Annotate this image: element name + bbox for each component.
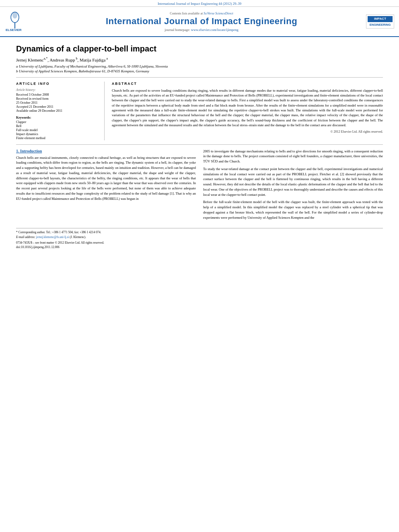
intro-para-4: Before the full-scale finite-element mod… — [203, 199, 383, 220]
logo-bottom-text: ENGINEERING — [368, 23, 393, 27]
elsevier-logo: ELSEVIER — [5, 10, 37, 33]
top-bar: International Journal of Impact Engineer… — [0, 0, 399, 7]
footer-copyright: 0734-743X/$ – see front matter © 2012 El… — [16, 240, 383, 245]
journal-homepage: journal homepage: www.elsevier.com/locat… — [41, 28, 362, 32]
keywords-list: Clapper Bell Full-scale model Impact dyn… — [16, 120, 99, 140]
intro-para-2: 2005 to investigate the damage mechanism… — [203, 149, 383, 164]
sciverse-line: Contents lists available at SciVerse Sci… — [41, 12, 362, 15]
divider-1 — [16, 77, 383, 78]
affiliation-b: b University of Applied Sciences Kempten… — [16, 69, 383, 73]
logo-top-text: IMPACT — [368, 16, 393, 22]
keyword-5: Finite-element method — [16, 136, 99, 140]
body-col-left: 1. Introduction Church bells are musical… — [16, 149, 196, 223]
keyword-4: Impact dynamics — [16, 132, 99, 136]
keyword-2: Bell — [16, 124, 99, 128]
email-address[interactable]: jernej.klemenc@fs.uni-lj.si — [36, 235, 69, 239]
elsevier-svg-logo: ELSEVIER — [5, 10, 37, 32]
svg-point-3 — [12, 12, 17, 18]
sciverse-link[interactable]: SciVerse ScienceDirect — [204, 12, 233, 15]
intro-para-1: Church bells are musical instruments, cl… — [16, 155, 196, 201]
intro-heading: 1. Introduction — [16, 149, 196, 153]
keywords-label: Keywords: — [16, 116, 99, 119]
body-col-right: 2005 to investigate the damage mechanism… — [203, 149, 383, 223]
available-online-date: Available online 29 December 2011 — [16, 109, 99, 113]
copyright-line: © 2012 Elsevier Ltd. All rights reserved… — [112, 130, 383, 134]
corresponding-author-note: * Corresponding author. Tel.: +386 1 477… — [16, 230, 383, 234]
body-content: 1. Introduction Church bells are musical… — [16, 149, 383, 223]
svg-text:ELSEVIER: ELSEVIER — [6, 28, 22, 32]
article-info-heading: ARTICLE INFO — [16, 82, 99, 86]
intro-para-3: To study the wear-related damage at the … — [203, 166, 383, 197]
footer-notes: * Corresponding author. Tel.: +386 1 477… — [16, 228, 383, 249]
impact-engineering-logo: IMPACT ENGINEERING — [366, 14, 394, 28]
received-revised-label: Received in revised form — [16, 97, 99, 101]
main-content: Dynamics of a clapper-to-bell impact Jer… — [0, 37, 399, 257]
journal-center-info: Contents lists available at SciVerse Sci… — [41, 12, 362, 32]
article-info-abstract: ARTICLE INFO Article history: Received 3… — [16, 82, 383, 140]
footer-doi: doi:10.1016/j.ijimpeng.2011.12.006 — [16, 245, 383, 249]
accepted-date: Accepted 21 December 2011 — [16, 105, 99, 109]
article-dates: Received 3 October 2008 Received in revi… — [16, 93, 99, 113]
homepage-url[interactable]: www.elsevier.com/locate/ijimpeng — [191, 28, 239, 32]
journal-header: ELSEVIER Contents lists available at Sci… — [0, 7, 399, 37]
email-note: E-mail address: jernej.klemenc@fs.uni-lj… — [16, 235, 383, 239]
received-date: Received 3 October 2008 — [16, 93, 99, 97]
copyright-doi-block: 0734-743X/$ – see front matter © 2012 El… — [16, 240, 383, 250]
abstract-text: Church bells are exposed to severe loadi… — [112, 88, 383, 128]
abstract-column: ABSTRACT Church bells are exposed to sev… — [112, 82, 383, 140]
keyword-1: Clapper — [16, 120, 99, 124]
authors-line: Jernej Klemenca,*, Andreas Rupp b, Matij… — [16, 57, 383, 62]
article-history-label: Article history: — [16, 88, 99, 92]
article-info-column: ARTICLE INFO Article history: Received 3… — [16, 82, 105, 140]
affiliation-a: a University of Ljubljana, Faculty of Me… — [16, 64, 383, 68]
journal-title: International Journal of Impact Engineer… — [41, 16, 362, 27]
divider-2 — [16, 144, 383, 145]
article-title: Dynamics of a clapper-to-bell impact — [16, 44, 383, 53]
abstract-heading: ABSTRACT — [112, 82, 383, 86]
keyword-3: Full-scale model — [16, 128, 99, 132]
journal-citation: International Journal of Impact Engineer… — [158, 2, 241, 6]
received-revised-date: 25 October 2011 — [16, 101, 99, 105]
